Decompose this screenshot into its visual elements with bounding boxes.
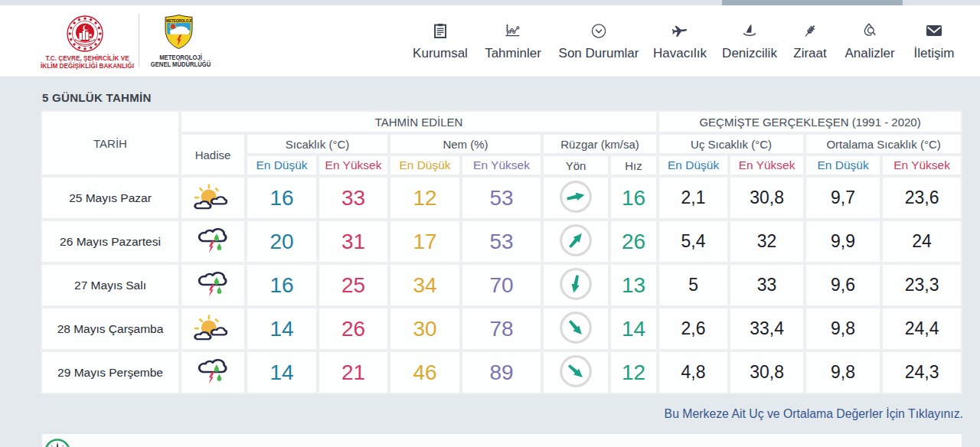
svg-text:METEOROLOJİ: METEOROLOJİ [166,18,191,23]
